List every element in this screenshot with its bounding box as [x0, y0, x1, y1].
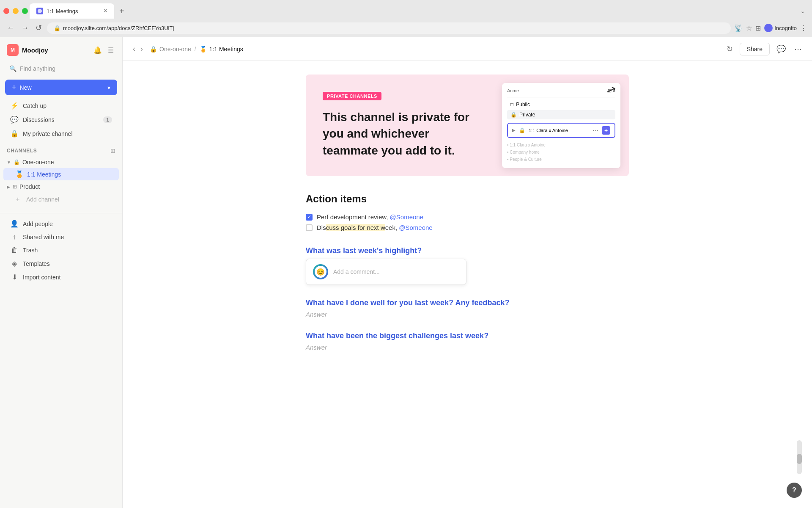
content-area: PRIVATE CHANNELS This channel is private… — [123, 61, 812, 508]
scroll-indicator — [797, 440, 802, 474]
question-3-title: What have been the biggest challenges la… — [306, 331, 629, 340]
discussions-badge: 1 — [103, 116, 112, 123]
window-controls — [3, 8, 28, 14]
bookmark-icon[interactable]: ☆ — [746, 24, 752, 32]
browser-controls: ← → ↺ 🔒 moodjoy.slite.com/app/docs/ZRhfC… — [0, 19, 812, 37]
browser-chrome: 1:1 Meetings × + ⌄ ← → ↺ 🔒 moodjoy.slite… — [0, 0, 812, 37]
main-area: ‹ › 🔒 One-on-one / 🏅 1:1 Meetings ↻ Shar… — [123, 37, 812, 508]
plus-icon: + — [12, 83, 16, 92]
extension-icon[interactable]: ⊞ — [755, 24, 761, 32]
sidebar-item-import[interactable]: ⬇ Import content — [3, 271, 119, 284]
channel-group-product: ▶ ⊞ Product — [3, 181, 119, 192]
toolbar-actions: ↻ Share 💬 ⋯ — [725, 43, 804, 55]
highlight-channel-row: ▶ 🔒 1:1 Clara x Antoine ⋯ + — [507, 123, 615, 138]
channel-group-product-header[interactable]: ▶ ⊞ Product — [3, 181, 119, 192]
content-inner: PRIVATE CHANNELS This channel is private… — [285, 61, 649, 407]
comment-placeholder[interactable]: Add a comment... — [333, 268, 380, 275]
breadcrumb: 🔒 One-on-one / 🏅 1:1 Meetings — [150, 46, 243, 52]
workspace-avatar: M — [7, 44, 19, 56]
action-items-title: Action items — [306, 193, 629, 205]
channels-add-icon[interactable]: ⊞ — [110, 147, 115, 154]
refresh-button[interactable]: ↺ — [34, 22, 44, 34]
sidebar-item-add-people[interactable]: 👤 Add people — [3, 217, 119, 230]
question-2-title: What have I done well for you last week?… — [306, 298, 629, 307]
active-tab[interactable]: 1:1 Meetings × — [30, 3, 114, 19]
hero-left: PRIVATE CHANNELS This channel is private… — [306, 75, 494, 176]
sidebar-search: 🔍 Find anything — [5, 63, 117, 75]
channel-group-oneonone-header[interactable]: ▼ 🔒 One-on-one — [3, 157, 119, 168]
search-wrapper[interactable]: 🔍 Find anything — [5, 63, 117, 75]
channel-item-meetings[interactable]: 🏅 1:1 Meetings — [3, 168, 119, 180]
sidebar-item-templates[interactable]: ◈ Templates — [3, 257, 119, 270]
new-tab-button[interactable]: + — [116, 5, 128, 18]
workspace-name: M Moodjoy — [7, 44, 48, 56]
sync-button[interactable]: ↻ — [725, 43, 735, 55]
comment-button[interactable]: 💬 — [775, 43, 787, 55]
cast-icon[interactable]: 📡 — [734, 24, 743, 32]
forward-button[interactable]: → — [19, 22, 30, 34]
action-text-1: Perf development review, @Someone — [317, 213, 423, 221]
comment-box[interactable]: 😊 Add a comment... — [306, 259, 466, 285]
toolbar-nav: ‹ › — [131, 43, 145, 55]
answer-placeholder-1[interactable]: Answer — [306, 311, 629, 318]
mention-2[interactable]: @Someone — [399, 224, 432, 231]
back-nav-button[interactable]: ‹ — [131, 43, 137, 55]
sidebar-item-discussions[interactable]: 💬 Discussions 1 — [3, 113, 119, 126]
back-button[interactable]: ← — [5, 22, 16, 34]
more-options-button[interactable]: ⋯ — [793, 43, 804, 55]
scroll-thumb — [797, 454, 802, 464]
action-item-1: ✓ Perf development review, @Someone — [306, 212, 629, 222]
meetings-emoji: 🏅 — [15, 170, 24, 178]
tab-bar: 1:1 Meetings × + ⌄ — [0, 0, 812, 19]
breadcrumb-emoji-icon: 🏅 — [200, 46, 207, 52]
tab-list-button[interactable]: ⌄ — [797, 6, 809, 16]
notifications-button[interactable]: 🔔 — [92, 44, 104, 56]
add-icon: + — [602, 126, 610, 135]
svg-point-0 — [38, 9, 42, 13]
ui-mockup: Acme ⊞ ≡ □ Public 🔒 Private — [502, 83, 620, 168]
minimize-button[interactable] — [13, 8, 19, 14]
incognito-label: Incognito — [774, 25, 797, 31]
answer-placeholder-2[interactable]: Answer — [306, 344, 629, 351]
sidebar-toggle-button[interactable]: ☰ — [106, 44, 115, 56]
sidebar-item-catchup[interactable]: ⚡ Catch up — [3, 99, 119, 112]
question-2-section: What have I done well for you last week?… — [306, 298, 629, 318]
breadcrumb-current-item[interactable]: 🏅 1:1 Meetings — [200, 46, 243, 52]
lock-icon: 🔒 — [10, 130, 19, 138]
search-icon: 🔍 — [9, 65, 16, 72]
breadcrumb-separator: / — [195, 46, 196, 52]
maximize-button[interactable] — [22, 8, 28, 14]
profile-button[interactable]: Incognito — [764, 24, 797, 32]
sidebar-item-shared[interactable]: ↑ Shared with me — [3, 231, 119, 243]
forward-nav-button[interactable]: › — [139, 43, 145, 55]
toggle-icon: ▼ — [7, 160, 11, 165]
hero-right: ↗ Acme ⊞ ≡ □ Public — [494, 75, 629, 176]
menu-icon[interactable]: ⋮ — [800, 24, 807, 32]
sidebar-item-trash[interactable]: 🗑 Trash — [3, 244, 119, 257]
breadcrumb-parent-item[interactable]: 🔒 One-on-one — [150, 46, 191, 52]
url-text: moodjoy.slite.com/app/docs/ZRhfCEFYo3UiT… — [63, 25, 174, 31]
toolbar: ‹ › 🔒 One-on-one / 🏅 1:1 Meetings ↻ Shar… — [123, 37, 812, 61]
address-bar[interactable]: 🔒 moodjoy.slite.com/app/docs/ZRhfCEFYo3U… — [47, 22, 731, 34]
product-lock-icon: ⊞ — [13, 184, 17, 190]
action-items-section: Action items ✓ Perf development review, … — [306, 193, 629, 233]
tab-favicon — [36, 8, 43, 14]
add-channel-icon: + — [14, 196, 22, 203]
close-button[interactable] — [3, 8, 9, 14]
checkbox-1[interactable]: ✓ — [306, 214, 313, 221]
question-3-section: What have been the biggest challenges la… — [306, 331, 629, 351]
tab-close-icon[interactable]: × — [104, 8, 107, 14]
mockup-list: • 1:1 Clara x Antoine • Company home • P… — [507, 141, 615, 163]
help-button[interactable]: ? — [787, 483, 802, 498]
shared-icon: ↑ — [10, 233, 19, 241]
channel-group-oneonone: ▼ 🔒 One-on-one 🏅 1:1 Meetings — [3, 157, 119, 180]
checkbox-2[interactable] — [306, 224, 313, 231]
question-1-title: What was last week's highlight? — [306, 246, 629, 255]
mention-1[interactable]: @Someone — [390, 213, 423, 221]
mockup-public: □ Public — [507, 100, 615, 109]
share-button[interactable]: Share — [740, 43, 770, 55]
new-button[interactable]: + New ▾ — [5, 80, 117, 95]
sidebar-item-add-channel[interactable]: + Add channel — [3, 193, 119, 206]
hero-badge: PRIVATE CHANNELS — [323, 92, 381, 100]
sidebar-item-private[interactable]: 🔒 My private channel — [3, 127, 119, 140]
